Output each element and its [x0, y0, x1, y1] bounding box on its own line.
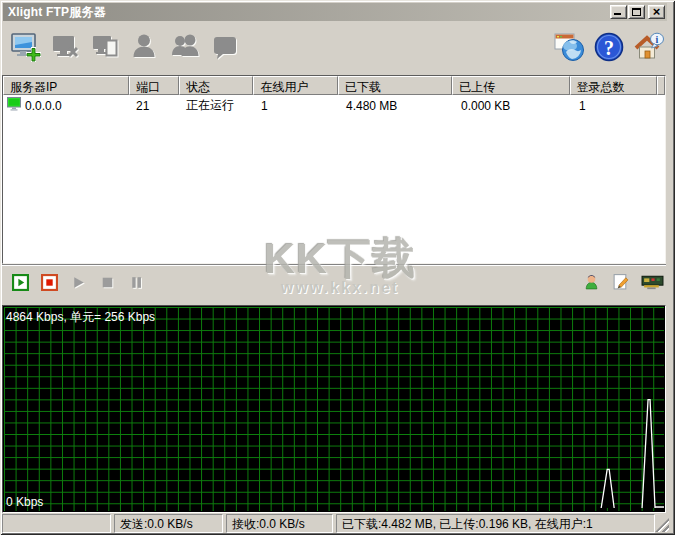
column-header-filler: [657, 76, 665, 95]
server-downloaded-value: 4.480 MB: [340, 99, 455, 113]
column-header-online-users[interactable]: 在线用户: [253, 76, 337, 95]
users-icon: [170, 31, 202, 67]
column-header-port[interactable]: 端口: [129, 76, 179, 95]
server-list-header: 服务器IP 端口 状态 在线用户 已下载 已上传 登录总数: [3, 76, 665, 95]
server-ip-value: 0.0.0.0: [25, 99, 62, 113]
spike-canvas: [4, 307, 664, 511]
edit-log-icon: [612, 273, 629, 294]
server-settings-button[interactable]: [89, 32, 122, 65]
stop-server-icon: [41, 274, 58, 295]
close-icon: ×: [653, 5, 661, 18]
network-interface-button[interactable]: [640, 274, 664, 292]
bandwidth-graph: 4864 Kbps, 单元= 256 Kbps 0 Kbps: [2, 305, 666, 513]
maximize-button[interactable]: [628, 5, 645, 19]
server-online-users-value: 1: [255, 99, 340, 113]
control-toolbar-right-group: [582, 274, 664, 292]
status-bar: 发送:0.0 KB/s 接收:0.0 KB/s 已下载:4.482 MB, 已上…: [2, 514, 669, 533]
server-list: 服务器IP 端口 状态 在线用户 已下载 已上传 登录总数 0.0.0.0: [2, 75, 666, 264]
log-icon: [210, 31, 242, 67]
status-panel-receive: 接收:0.0 KB/s: [226, 514, 333, 533]
pause-disabled-icon: [128, 274, 145, 295]
title-bar[interactable]: Xlight FTP服务器 ×: [3, 3, 667, 21]
minimize-icon: [614, 13, 621, 15]
graph-scale-label: 4864 Kbps, 单元= 256 Kbps: [6, 309, 155, 326]
online-user-icon: [583, 273, 600, 294]
minimize-button[interactable]: [610, 5, 627, 19]
user-accounts-button[interactable]: [129, 32, 162, 65]
start-server-button[interactable]: [11, 275, 29, 293]
status-panel-blank: [2, 514, 111, 533]
column-header-downloaded[interactable]: 已下载: [338, 76, 452, 95]
column-header-server-ip[interactable]: 服务器IP: [3, 76, 129, 95]
server-log-button[interactable]: [209, 32, 242, 65]
new-virtual-server-button[interactable]: [9, 32, 42, 65]
stop-disabled-icon: [99, 274, 116, 295]
delete-virtual-server-button[interactable]: [49, 32, 82, 65]
xlight-ftp-window: Xlight FTP服务器 ×: [0, 0, 675, 535]
control-toolbar: [2, 264, 666, 305]
pause-disabled-button[interactable]: [127, 275, 145, 293]
home-info-icon: i: [633, 31, 665, 67]
new-server-icon: [10, 31, 42, 67]
graph-zero-label: 0 Kbps: [6, 495, 43, 509]
status-panel-summary: 已下载:4.482 MB, 已上传:0.196 KB, 在线用户:1: [336, 514, 655, 533]
program-info-button[interactable]: i: [632, 32, 665, 65]
edit-log-button[interactable]: [611, 274, 629, 292]
server-running-icon: [7, 97, 21, 114]
column-header-uploaded[interactable]: 已上传: [452, 76, 569, 95]
resize-grip[interactable]: [655, 518, 669, 532]
start-server-icon: [12, 274, 29, 295]
web-admin-button[interactable]: [552, 32, 585, 65]
window-controls: ×: [609, 5, 665, 19]
server-status-value: 正在运行: [180, 97, 255, 114]
control-toolbar-left-group: [11, 275, 145, 293]
delete-server-icon: [50, 31, 82, 67]
status-panel-send: 发送:0.0 KB/s: [114, 514, 223, 533]
column-header-total-logins[interactable]: 登录总数: [570, 76, 657, 95]
network-card-icon: [641, 273, 664, 294]
svg-text:?: ?: [604, 36, 614, 58]
play-disabled-button[interactable]: [69, 275, 87, 293]
maximize-icon: [632, 8, 641, 16]
online-users-button[interactable]: [582, 274, 600, 292]
server-settings-icon: [90, 31, 122, 67]
user-icon: [130, 31, 162, 67]
help-button[interactable]: ?: [592, 32, 625, 65]
play-disabled-icon: [70, 274, 87, 295]
main-toolbar-right-group: ? i: [552, 32, 665, 65]
main-toolbar-left-group: [9, 32, 242, 65]
close-button[interactable]: ×: [648, 5, 665, 19]
server-uploaded-value: 0.000 KB: [455, 99, 573, 113]
web-admin-icon: [553, 31, 585, 67]
svg-text:i: i: [655, 33, 658, 44]
stop-server-button[interactable]: [40, 275, 58, 293]
server-row[interactable]: 0.0.0.0 21 正在运行 1 4.480 MB 0.000 KB 1: [3, 95, 665, 116]
server-total-logins-value: 1: [573, 99, 661, 113]
window-title: Xlight FTP服务器: [8, 4, 106, 21]
main-toolbar: ? i: [3, 21, 667, 75]
user-groups-button[interactable]: [169, 32, 202, 65]
help-icon: ?: [593, 31, 625, 67]
stop-disabled-button[interactable]: [98, 275, 116, 293]
server-port-value: 21: [130, 99, 180, 113]
column-header-status[interactable]: 状态: [179, 76, 254, 95]
